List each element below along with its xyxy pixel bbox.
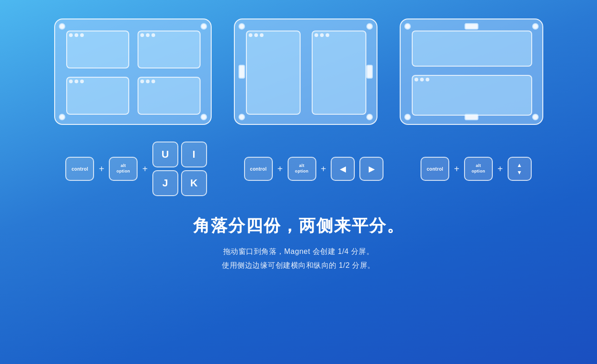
key-control-label: control: [71, 167, 88, 172]
key-alt-2: alt option: [288, 157, 316, 181]
screen-diagram-side: [234, 19, 377, 125]
corner-handle-bl: [239, 114, 245, 120]
key-k: K: [181, 170, 207, 196]
corner-handle-tr: [201, 23, 207, 30]
pane-top: [412, 31, 532, 67]
key-alt-3: alt option: [464, 157, 493, 181]
key-alt2-line2: option: [295, 169, 308, 174]
corner-handle-br: [366, 114, 373, 120]
arrow-down-icon: ▼: [516, 169, 522, 176]
corner-handle-bl: [59, 114, 65, 120]
side-handle-left: [239, 65, 245, 79]
key-arrow-right: ▶: [359, 157, 383, 181]
arrow-up-icon: ▲: [516, 162, 522, 168]
pane-bottom: [412, 75, 532, 116]
plus-1: +: [99, 164, 104, 174]
corner-handle-tl: [239, 23, 245, 30]
pane-left: [246, 31, 301, 115]
ujik-grid: U I J K: [152, 142, 207, 196]
key-alt3-line2: option: [471, 169, 485, 174]
corner-handle-tl: [59, 23, 65, 30]
subtext: 拖动窗口到角落，Magnet 会创建 1/4 分屏。 使用侧边边缘可创建横向和纵…: [193, 245, 404, 273]
shortcut-group-ud: control + alt option + ▲ ▼: [421, 157, 531, 181]
key-arrow-left: ◀: [331, 157, 355, 181]
dots-bottom: [415, 78, 429, 81]
corner-handle-br: [532, 114, 539, 120]
subline-1: 拖动窗口到角落，Magnet 会创建 1/4 分屏。: [193, 245, 404, 259]
dots-left: [249, 33, 264, 37]
dots-tl: [69, 33, 84, 37]
shortcuts-row: control + alt option + U I J K control: [65, 142, 531, 196]
tb-handle-top: [465, 23, 478, 30]
bottom-section: 角落分四份，两侧来平分。 拖动窗口到角落，Magnet 会创建 1/4 分屏。 …: [193, 215, 404, 273]
key-control-2: control: [244, 157, 273, 181]
plus-2: +: [142, 164, 148, 174]
subline-2: 使用侧边边缘可创建横向和纵向的 1/2 分屏。: [193, 259, 404, 272]
key-alt2-line1: alt: [299, 163, 304, 169]
key-alt-line1: alt: [120, 163, 126, 169]
headline: 角落分四份，两侧来平分。: [193, 215, 404, 237]
key-control-1: control: [65, 157, 94, 181]
key-u: U: [152, 142, 178, 167]
pane-right: [312, 31, 366, 115]
corner-handle-tl: [404, 23, 411, 30]
corner-handle-br: [201, 114, 207, 120]
side-handle-right: [366, 65, 373, 79]
plus-3: +: [277, 164, 283, 174]
key-j: J: [152, 170, 178, 196]
screen-diagram-quadrant: [54, 19, 212, 125]
key-arrow-updown: ▲ ▼: [508, 157, 532, 181]
corner-handle-bl: [404, 114, 411, 120]
key-i: I: [181, 142, 207, 167]
screens-row: [54, 19, 543, 125]
key-alt-line2: option: [116, 169, 130, 174]
plus-5: +: [454, 164, 459, 174]
plus-6: +: [497, 164, 503, 174]
dots-br: [140, 80, 155, 83]
key-alt3-line1: alt: [476, 163, 481, 169]
shortcut-group-lr: control + alt option + ◀ ▶: [244, 157, 383, 181]
corner-handle-tr: [366, 23, 373, 30]
shortcut-group-ujik: control + alt option + U I J K: [65, 142, 207, 196]
plus-4: +: [321, 164, 327, 174]
dots-bl: [69, 80, 84, 83]
dots-tr: [140, 33, 155, 37]
key-control-label-3: control: [427, 167, 443, 172]
key-alt-1: alt option: [109, 157, 138, 181]
screen-diagram-topbottom: [400, 19, 543, 125]
key-control-label-2: control: [250, 167, 267, 172]
corner-handle-tr: [532, 23, 539, 30]
dots-right: [314, 33, 329, 37]
key-control-3: control: [421, 157, 449, 181]
